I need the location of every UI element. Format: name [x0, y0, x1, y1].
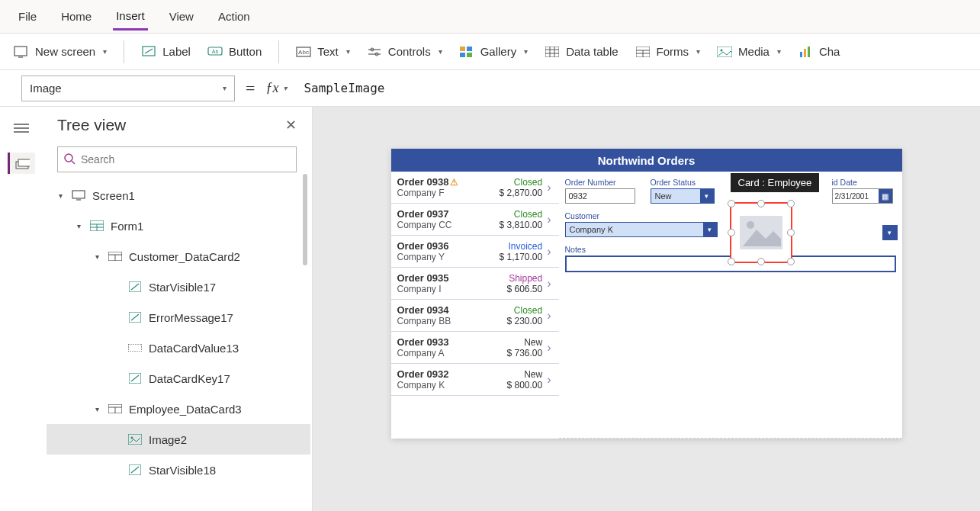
order-status: Closed	[499, 177, 542, 188]
resize-handle[interactable]	[728, 258, 735, 265]
resize-handle[interactable]	[787, 229, 795, 236]
expand-icon[interactable]: ▾	[74, 222, 83, 230]
scrollbar[interactable]	[303, 174, 307, 265]
menu-insert[interactable]: Insert	[113, 3, 148, 31]
insert-button-button[interactable]: Ab Button	[207, 45, 262, 59]
hamburger-button[interactable]	[8, 117, 35, 139]
order-row[interactable]: Order 0937Company CCClosed$ 3,810.00›	[391, 204, 559, 236]
order-company: Company I	[397, 284, 504, 294]
selection-tooltip: Card : Employee	[731, 173, 820, 192]
tree-item[interactable]: Image2	[47, 424, 310, 455]
tree-search-input[interactable]: Search	[57, 146, 297, 172]
formula-input[interactable]: SampleImage	[297, 78, 959, 98]
order-row[interactable]: Order 0933Company ANew$ 736.00›	[391, 332, 559, 364]
fx-button[interactable]: ƒx▾	[265, 80, 287, 96]
separator	[124, 40, 124, 63]
tree-view-button[interactable]	[8, 153, 35, 174]
resize-handle[interactable]	[757, 258, 765, 265]
order-row[interactable]: Order 0936Company YInvoiced$ 1,170.00›	[391, 236, 559, 268]
menu-home[interactable]: Home	[58, 4, 95, 29]
svg-rect-34	[18, 159, 30, 166]
label-label: Label	[162, 45, 191, 58]
paid-date-input[interactable]: 2/31/2001 ▦	[832, 188, 893, 204]
expand-icon[interactable]: ▾	[92, 252, 101, 261]
order-id: Order 0938⚠	[397, 176, 496, 188]
chevron-down-icon: ▾	[703, 223, 717, 236]
order-id: Order 0932	[397, 368, 504, 380]
resize-handle[interactable]	[728, 200, 735, 207]
tree-item[interactable]: ▾Screen1	[47, 180, 310, 211]
forms-icon	[635, 45, 651, 59]
order-status-select[interactable]: New ▾	[651, 188, 715, 204]
order-row[interactable]: Order 0934Company BBClosed$ 230.00›	[391, 300, 559, 332]
svg-point-57	[131, 437, 133, 439]
insert-charts-button[interactable]: Cha	[798, 45, 840, 59]
order-status: Shipped	[506, 273, 542, 284]
tree-item[interactable]: ▾Form1	[47, 211, 310, 241]
resize-handle[interactable]	[787, 258, 795, 265]
menu-file[interactable]: File	[15, 4, 40, 29]
insert-label-button[interactable]: Label	[141, 45, 191, 59]
menu-action[interactable]: Action	[215, 4, 253, 29]
tree-item[interactable]: StarVisible17	[47, 272, 310, 302]
canvas[interactable]: Northwind Orders Order 0938⚠Company FClo…	[313, 107, 980, 511]
insert-gallery-button[interactable]: Gallery ▾	[459, 45, 529, 59]
order-amount: $ 2,870.00	[499, 188, 542, 198]
screen-icon	[71, 189, 86, 201]
order-row[interactable]: Order 0938⚠Company FClosed$ 2,870.00›	[391, 172, 559, 204]
main-area: Tree view ✕ Search ▾Screen1▾Form1▾Custom…	[0, 107, 980, 511]
order-gallery[interactable]: Order 0938⚠Company FClosed$ 2,870.00›Ord…	[391, 172, 559, 439]
expand-icon[interactable]: ▾	[56, 191, 65, 200]
insert-data-table-button[interactable]: Data table	[545, 45, 618, 59]
data-table-label: Data table	[566, 45, 618, 58]
controls-icon	[367, 45, 382, 59]
close-panel-button[interactable]: ✕	[285, 117, 297, 133]
tree-item-label: DataCardKey17	[149, 372, 230, 385]
order-detail-form: Order Number 0932 Order Status New ▾	[559, 172, 902, 439]
order-company: Company F	[397, 188, 496, 198]
tree-item[interactable]: DataCardValue13	[47, 333, 310, 363]
resize-handle[interactable]	[728, 229, 735, 236]
chevron-right-icon: ›	[545, 373, 552, 387]
new-screen-button[interactable]: New screen ▾	[14, 45, 107, 59]
order-id: Order 0937	[397, 208, 496, 220]
expand-icon[interactable]: ▾	[92, 405, 101, 413]
chevron-down-icon: ▾	[283, 84, 287, 92]
insert-forms-button[interactable]: Forms ▾	[635, 45, 701, 59]
resize-handle[interactable]	[757, 200, 765, 207]
svg-line-49	[131, 314, 139, 320]
tree-item[interactable]: StarVisible18	[47, 455, 310, 485]
tree-item-label: DataCardValue13	[149, 342, 239, 355]
tree-item[interactable]: DataCardKey17	[47, 363, 310, 394]
new-screen-label: New screen	[35, 45, 95, 58]
order-number-input[interactable]: 0932	[565, 188, 635, 204]
gallery-label: Gallery	[480, 45, 517, 58]
paid-date-value: 2/31/2001	[833, 189, 879, 203]
menu-view[interactable]: View	[166, 4, 197, 29]
chevron-down-icon: ▾	[700, 189, 714, 203]
employee-select-dropdown[interactable]: ▾	[882, 225, 898, 240]
property-selector[interactable]: Image ▾	[21, 76, 235, 101]
order-row[interactable]: Order 0932Company KNew$ 800.00›	[391, 364, 559, 396]
chevron-right-icon: ›	[545, 213, 552, 227]
svg-rect-28	[804, 49, 806, 57]
chevron-right-icon: ›	[545, 245, 552, 259]
tree-item[interactable]: ▾Customer_DataCard2	[47, 241, 310, 272]
svg-rect-50	[128, 344, 142, 352]
customer-select[interactable]: Company K ▾	[565, 222, 718, 237]
resize-handle[interactable]	[787, 200, 795, 207]
order-company: Company K	[397, 380, 504, 390]
button-label: Button	[229, 45, 262, 58]
chart-icon	[798, 45, 813, 59]
insert-text-button[interactable]: Abc Text ▾	[296, 45, 350, 59]
tree-item[interactable]: ErrorMessage17	[47, 302, 310, 333]
insert-media-button[interactable]: Media ▾	[717, 45, 781, 59]
tree-item[interactable]: ▾Employee_DataCard3	[47, 394, 310, 424]
order-row[interactable]: Order 0935Company IShipped$ 606.50›	[391, 268, 559, 300]
insert-controls-button[interactable]: Controls ▾	[367, 45, 442, 59]
svg-rect-12	[460, 47, 465, 51]
svg-point-35	[65, 154, 72, 162]
employee-image-card[interactable]	[730, 202, 792, 263]
chevron-down-icon: ▾	[346, 47, 350, 56]
ribbon-toolbar: New screen ▾ Label Ab Button Abc Text ▾ …	[0, 34, 980, 70]
